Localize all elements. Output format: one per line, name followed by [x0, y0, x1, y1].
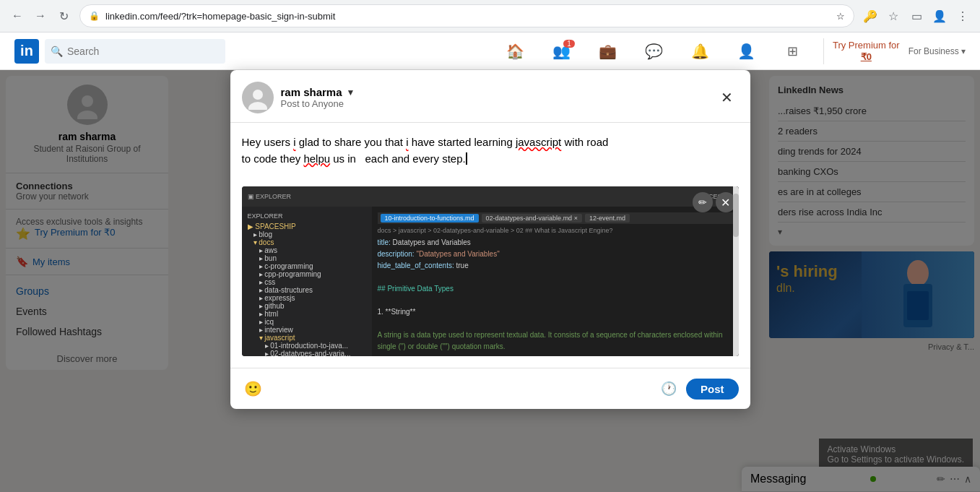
word-i-1: i	[293, 136, 295, 148]
divider	[823, 38, 824, 64]
search-icon: 🔍	[51, 46, 63, 57]
home-icon: 🏠	[506, 43, 524, 60]
explorer-js-01: ▸ 01-introduction-to-java...	[248, 342, 366, 350]
post-modal: ram sharma ▼ Post to Anyone ✕ Hey users …	[230, 70, 750, 409]
code-content: EXPLORER ▶ SPACESHIP ▸ blog ▾ docs ▸ aws…	[242, 207, 739, 356]
emoji-button[interactable]: 🙂	[242, 377, 265, 400]
explorer-js: ▾ javascript	[248, 334, 366, 342]
modal-close-button[interactable]: ✕	[716, 86, 739, 109]
profile-button[interactable]: 👤	[929, 6, 950, 26]
code-tabs: 10-introduction-to-functions.md 02-datat…	[378, 212, 733, 224]
modal-user-info: ram sharma ▼ Post to Anyone	[281, 86, 355, 109]
refresh-button[interactable]: ↻	[53, 6, 74, 26]
linkedin-header: in 🔍 🏠 👥 1 💼 💬 🔔 👤 ⊞ Try Premium for	[0, 33, 980, 70]
post-text-area[interactable]: Hey users i glad to share you that i hav…	[242, 134, 739, 178]
tab-intro[interactable]: 10-introduction-to-functions.md	[381, 214, 479, 223]
grid-icon: ⊞	[787, 43, 798, 59]
explorer-express: ▸ expressjs	[248, 294, 366, 302]
tab-event[interactable]: 12-event.md	[585, 214, 630, 223]
svg-point-5	[253, 90, 263, 100]
code-edit-button[interactable]: ✏	[693, 192, 713, 212]
extensions-button[interactable]: 🔑	[860, 6, 880, 26]
forward-button[interactable]: →	[30, 6, 51, 26]
modal-user: ram sharma ▼ Post to Anyone	[242, 82, 355, 113]
explorer-js-02: ▸ 02-datatypes-and-varia...	[248, 350, 366, 356]
nav-grid[interactable]: ⊞	[771, 40, 815, 62]
bookmark-button[interactable]: ☆	[883, 6, 903, 26]
back-button[interactable]: ←	[7, 6, 27, 26]
explorer-bun: ▸ bun	[248, 254, 366, 262]
modal-user-subtitle: Post to Anyone	[281, 98, 355, 109]
explorer-title: EXPLORER	[248, 212, 366, 220]
nav-me[interactable]: 👤	[725, 40, 768, 63]
modal-user-name: ram sharma ▼	[281, 86, 355, 98]
explorer-blog: ▸ blog	[248, 230, 366, 238]
tab-datatypes[interactable]: 02-datatypes-and-variable.md ×	[482, 214, 582, 223]
network-badge: 1	[563, 40, 575, 48]
modal-avatar	[242, 82, 274, 113]
nav-home[interactable]: 🏠	[494, 40, 537, 63]
search-bar[interactable]: 🔍	[45, 39, 225, 64]
modal-footer: 🙂 🕐 Post	[230, 368, 750, 409]
word-helpu: helpu	[303, 152, 330, 165]
try-premium-link[interactable]: Try Premium for ₹0	[833, 40, 900, 62]
code-screenshot: ▣ EXPLORER SPACESHIP ✏ ✕ EXPLORER ▶ SPAC…	[242, 186, 739, 356]
explorer-cprog: ▸ c-programming	[248, 262, 366, 270]
explorer-cpp: ▸ cpp-programming	[248, 270, 366, 278]
try-premium-amount: ₹0	[833, 51, 900, 63]
dropdown-arrow-icon[interactable]: ▼	[347, 87, 355, 98]
code-header: ▣ EXPLORER SPACESHIP	[242, 186, 739, 207]
explorer-github: ▸ github	[248, 302, 366, 310]
nav-network[interactable]: 👥 1	[540, 40, 584, 63]
main-layout: ram sharma Student at Raisoni Group of I…	[0, 70, 980, 492]
header-nav: 🏠 👥 1 💼 💬 🔔 👤 ⊞ Try Premium for ₹0 For B…	[494, 38, 966, 64]
modal-scrollbar[interactable]	[733, 186, 739, 356]
word-i-2: i	[406, 136, 408, 148]
tab-search-button[interactable]: ▭	[906, 6, 927, 26]
browser-action-buttons: 🔑 ☆ ▭ 👤 ⋮	[860, 6, 973, 26]
post-button[interactable]: Post	[686, 379, 739, 400]
code-content-text: title: Datatypes and Variables descripti…	[378, 237, 733, 356]
nav-messaging[interactable]: 💬	[633, 40, 676, 63]
browser-chrome: ← → ↻ 🔒 linkedin.com/feed/?trk=homepage-…	[0, 0, 980, 33]
explorer-css: ▸ css	[248, 278, 366, 286]
schedule-button[interactable]: 🕐	[657, 377, 680, 400]
nav-jobs[interactable]: 💼	[586, 40, 630, 63]
messaging-icon: 💬	[645, 43, 663, 60]
explorer-html: ▸ html	[248, 310, 366, 318]
try-premium-text: Try Premium for	[833, 40, 900, 51]
text-cursor	[466, 152, 467, 165]
explorer-interview: ▸ interview	[248, 326, 366, 334]
linkedin-logo[interactable]: in	[14, 39, 39, 64]
menu-button[interactable]: ⋮	[953, 6, 973, 26]
code-main: 10-introduction-to-functions.md 02-datat…	[372, 207, 739, 356]
secure-icon: 🔒	[89, 11, 100, 21]
star-icon[interactable]: ☆	[836, 11, 845, 22]
for-business[interactable]: For Business ▾	[909, 46, 966, 56]
explorer-icq: ▸ icq	[248, 318, 366, 326]
address-bar[interactable]: 🔒 linkedin.com/feed/?trk=homepage-basic_…	[79, 4, 854, 27]
jobs-icon: 💼	[599, 43, 617, 60]
explorer-ds: ▸ data-structures	[248, 286, 366, 294]
nav-notifications[interactable]: 🔔	[679, 40, 722, 63]
footer-right: 🕐 Post	[657, 377, 739, 400]
explorer-spaceship: ▶ SPACESHIP	[248, 223, 366, 230]
modal-header: ram sharma ▼ Post to Anyone ✕	[230, 70, 750, 123]
code-explorer: EXPLORER ▶ SPACESHIP ▸ blog ▾ docs ▸ aws…	[242, 207, 372, 356]
explorer-docs: ▾ docs	[248, 238, 366, 246]
modal-body: Hey users i glad to share you that i hav…	[230, 123, 750, 368]
explorer-aws: ▸ aws	[248, 246, 366, 254]
notifications-icon: 🔔	[691, 43, 709, 60]
scrollbar-thumb[interactable]	[733, 194, 739, 237]
me-icon: 👤	[737, 43, 755, 60]
svg-point-6	[248, 102, 267, 110]
browser-nav-buttons: ← → ↻	[7, 6, 74, 26]
word-javascript: javascript	[516, 136, 561, 148]
modal-overlay: ram sharma ▼ Post to Anyone ✕ Hey users …	[0, 70, 980, 492]
breadcrumb-path: docs > javascript > 02-datatypes-and-var…	[378, 227, 733, 234]
url-text: linkedin.com/feed/?trk=homepage-basic_si…	[105, 11, 831, 22]
search-input[interactable]	[67, 46, 220, 57]
